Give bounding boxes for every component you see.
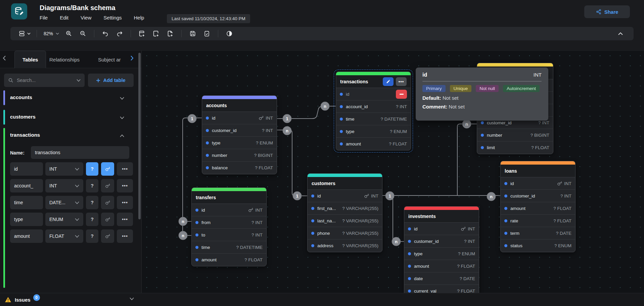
table-more-options-button[interactable]: •••: [396, 77, 407, 86]
table-header[interactable]: loans: [501, 165, 575, 177]
tab-relationships[interactable]: Relationships: [49, 51, 80, 68]
field-nullable-toggle[interactable]: ?: [86, 179, 98, 192]
table-field-row[interactable]: status? ENUM: [501, 239, 575, 252]
table-header[interactable]: investments: [404, 210, 479, 223]
table-field-row[interactable]: type? ENUM: [202, 137, 277, 149]
statusbar-chevron-down[interactable]: [130, 297, 134, 300]
table-field-row[interactable]: rate? FLOAT: [501, 215, 575, 227]
field-nullable-toggle[interactable]: ?: [86, 229, 98, 243]
field-more-options-button[interactable]: •••: [117, 229, 133, 243]
table-field-row[interactable]: to? INT: [192, 229, 266, 241]
field-name-input[interactable]: id: [10, 162, 43, 176]
accordion-item-customers[interactable]: customers: [0, 110, 134, 125]
table-header[interactable]: accounts: [202, 99, 277, 112]
field-more-options-button[interactable]: •••: [117, 196, 133, 209]
menu-edit[interactable]: Edit: [60, 15, 68, 20]
field-nullable-toggle[interactable]: ?: [86, 196, 98, 209]
menu-view[interactable]: View: [81, 15, 91, 20]
table-field-row[interactable]: last_na...? VARCHAR(255): [308, 215, 382, 227]
field-name-input[interactable]: type: [10, 213, 43, 226]
table-field-row[interactable]: id INT: [202, 112, 277, 124]
field-type-select[interactable]: INT: [45, 179, 83, 192]
field-more-options-button[interactable]: •••: [117, 162, 133, 176]
table-field-row[interactable]: balance? FLOAT: [202, 162, 277, 174]
add-table-button[interactable]: Add table: [88, 74, 134, 87]
field-primary-key-toggle[interactable]: [101, 162, 114, 176]
table-field-row[interactable]: customer_id? INT: [501, 190, 575, 202]
menu-help[interactable]: Help: [134, 15, 144, 20]
issues-label[interactable]: Issues: [15, 297, 31, 303]
zoom-out-button[interactable]: [78, 28, 88, 39]
table-field-row[interactable]: term? DATE: [501, 227, 575, 239]
field-nullable-toggle[interactable]: ?: [86, 162, 98, 176]
canvas-table-transactions[interactable]: transactions•••idaccount_id? INTtime? DA…: [336, 72, 411, 150]
table-field-row[interactable]: customer_id? INT: [404, 235, 479, 248]
undo-button[interactable]: [100, 28, 110, 39]
add-area-tool[interactable]: [151, 28, 161, 39]
sidebar-scrollbar[interactable]: [138, 53, 141, 219]
accordion-toggle[interactable]: [120, 133, 124, 139]
edit-table-button[interactable]: [383, 77, 394, 86]
tabs-scroll-left-button[interactable]: [3, 55, 6, 61]
collapse-toolbar-button[interactable]: [615, 28, 626, 39]
share-button[interactable]: Share: [584, 5, 630, 18]
table-field-row[interactable]: amount? FLOAT: [192, 254, 266, 266]
table-field-row[interactable]: number? BIGINT: [202, 149, 277, 162]
table-field-row[interactable]: amount? FLOAT: [404, 260, 479, 272]
table-field-row[interactable]: address? VARCHAR(255): [308, 239, 382, 252]
table-field-row[interactable]: phone? VARCHAR(255): [308, 227, 382, 239]
table-search-input[interactable]: Search...: [4, 74, 85, 87]
table-field-row[interactable]: id INT: [192, 204, 266, 216]
field-name-input[interactable]: amount: [10, 229, 43, 243]
table-field-row[interactable]: id INT: [501, 177, 575, 190]
field-nullable-toggle[interactable]: ?: [86, 213, 98, 226]
accordion-toggle[interactable]: [120, 95, 124, 101]
field-primary-key-toggle[interactable]: [101, 179, 114, 192]
table-field-row[interactable]: time? DATETIME: [336, 113, 411, 125]
table-field-row[interactable]: first_na...? VARCHAR(255): [308, 202, 382, 215]
zoom-in-button[interactable]: [64, 28, 74, 39]
canvas-table-loans[interactable]: loansid INTcustomer_id? INTamount? FLOAT…: [500, 161, 576, 252]
accordion-item-transactions[interactable]: transactionsName:transactionsidINT?•••ac…: [0, 128, 134, 288]
table-field-row[interactable]: type? ENUM: [336, 125, 411, 138]
table-field-row[interactable]: amount? FLOAT: [501, 202, 575, 215]
redo-button[interactable]: [114, 28, 125, 39]
table-field-row[interactable]: limit? FLOAT: [477, 141, 553, 154]
zoom-level-dropdown[interactable]: 82%: [44, 31, 59, 36]
accordion-toggle[interactable]: [120, 115, 124, 121]
canvas-table-accounts[interactable]: accountsid INTcustomer_id? INTtype? ENUM…: [202, 95, 277, 174]
table-header[interactable]: transfers: [192, 191, 266, 204]
menu-settings[interactable]: Settings: [103, 15, 122, 20]
field-name-input[interactable]: account_: [10, 179, 43, 192]
table-field-row[interactable]: date? DATE: [404, 272, 479, 285]
field-more-options-button[interactable]: •••: [117, 179, 133, 192]
field-primary-key-toggle[interactable]: [101, 196, 114, 209]
accordion-item-accounts[interactable]: accounts: [0, 90, 134, 105]
table-name-input[interactable]: transactions: [31, 146, 129, 159]
table-header[interactable]: customers: [308, 177, 382, 190]
field-primary-key-toggle[interactable]: [101, 213, 114, 226]
canvas-table-customers[interactable]: customersid INTfirst_na...? VARCHAR(255)…: [307, 173, 382, 252]
table-field-row[interactable]: amount? FLOAT: [336, 138, 411, 150]
table-field-row[interactable]: customer_id? INT: [202, 124, 277, 137]
table-field-row[interactable]: number? BIGINT: [477, 129, 553, 141]
canvas-table-transfers[interactable]: transfersid INTfrom? INTto? INTtime? DAT…: [191, 187, 267, 266]
save-button[interactable]: [188, 28, 198, 39]
field-type-select[interactable]: FLOAT: [45, 229, 83, 243]
tab-subject-areas[interactable]: Subject ar: [98, 51, 121, 68]
table-field-row[interactable]: current_val? FLOAT: [404, 285, 479, 293]
table-field-row[interactable]: id INT: [404, 223, 479, 235]
table-field-row[interactable]: id INT: [308, 190, 382, 202]
menu-file[interactable]: File: [40, 15, 48, 20]
canvas-table-investments[interactable]: investmentsid INTcustomer_id? INTtype? E…: [404, 206, 479, 293]
table-field-row[interactable]: account_id? INT: [336, 100, 411, 113]
todo-button[interactable]: [202, 28, 212, 39]
field-primary-key-toggle[interactable]: [101, 229, 114, 243]
table-field-row[interactable]: id: [336, 88, 411, 100]
add-table-tool[interactable]: [137, 28, 147, 39]
table-header[interactable]: transactions•••: [336, 75, 411, 88]
field-name-input[interactable]: time: [10, 196, 43, 209]
table-field-row[interactable]: type? ENUM: [404, 248, 479, 260]
tabs-scroll-right-button[interactable]: [130, 55, 134, 61]
add-note-tool[interactable]: [165, 28, 175, 39]
